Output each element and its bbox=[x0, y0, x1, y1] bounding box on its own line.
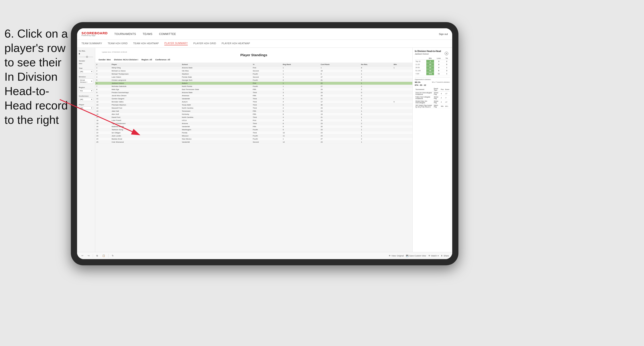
sign-out-link[interactable]: Sign out bbox=[439, 33, 448, 35]
save-custom-button[interactable]: 💾 Save Custom View bbox=[406, 255, 426, 257]
cell-yr: Fourth bbox=[252, 134, 282, 138]
filter-division: Division: NCAA Division I bbox=[114, 59, 138, 61]
table-row[interactable]: 13 Phichakn Maichon Texas A&M Third 6 30… bbox=[95, 103, 412, 107]
table-row[interactable]: 17 David Ford North Carolina Third 4 21 … bbox=[95, 116, 412, 119]
view-original-button[interactable]: 👁 View: Original bbox=[389, 255, 404, 257]
region-select[interactable]: N/a ▾ bbox=[79, 89, 93, 92]
nav-tournaments[interactable]: TOURNAMENTS bbox=[114, 31, 136, 37]
cell-rds: 2 bbox=[360, 138, 392, 141]
cell-yr: Fourth bbox=[252, 85, 282, 88]
cell-reg: 4 bbox=[282, 119, 320, 122]
cell-reg: 4 bbox=[282, 94, 320, 97]
cell-school: North Florida bbox=[181, 85, 252, 88]
table-row[interactable]: 14 Maxwell Ford North Carolina Third 2 2… bbox=[95, 107, 412, 110]
h2h-close-button[interactable]: ✕ bbox=[445, 52, 448, 55]
table-row[interactable]: 1 Wenyi Ding Arizona State First 1 1 8 1 bbox=[95, 66, 412, 69]
tab-team-h2h-grid[interactable]: TEAM H2H GRID bbox=[108, 42, 128, 45]
table-row[interactable]: 22 Ian Gilligan Florida Third 10 24 1 bbox=[95, 131, 412, 134]
main-content: No Rds. 6 Gender Men Year (All) ▾ bbox=[77, 48, 452, 252]
tour-pos: 2 bbox=[440, 100, 444, 104]
cell-school: Auburn bbox=[181, 82, 252, 85]
table-row[interactable]: 9 Preston Summerhays Arizona State Third… bbox=[95, 91, 412, 94]
table-row[interactable]: 23 Jack Lundin Missouri Fourth 11 24 1 bbox=[95, 134, 412, 138]
tab-player-h2h-grid[interactable]: PLAYER H2H GRID bbox=[193, 42, 216, 45]
table-row[interactable]: 25 Cole Sherwood Vanderbilt Second 12 23… bbox=[95, 141, 412, 144]
tournament-row: Amer Am Intercollegiate Invitational Str… bbox=[415, 92, 450, 96]
cell-school: UCLA bbox=[181, 119, 252, 122]
cell-win bbox=[392, 82, 412, 85]
cell-rds: 2 bbox=[360, 88, 392, 91]
table-row[interactable]: 8 Mats Ege East Tennessee State Fifth 1 … bbox=[95, 88, 412, 91]
player-select[interactable]: (All) ▾ bbox=[79, 106, 93, 110]
table-row[interactable]: 19 Tiger Christensen Arizona Third 8 23 … bbox=[95, 122, 412, 125]
cell-num: 21 bbox=[95, 128, 110, 131]
year-select[interactable]: (All) ▾ bbox=[79, 70, 93, 73]
sub-nav: TEAM SUMMARY TEAM H2H GRID TEAM H2H HEAT… bbox=[77, 40, 452, 48]
cell-player: David Ford bbox=[110, 116, 181, 119]
undo-button[interactable]: ↩ bbox=[80, 254, 84, 257]
table-row[interactable]: 10 Jacob Mou-Olesen Arkansas Fifth 4 25 … bbox=[95, 94, 412, 97]
h2h-table: Win Loss Tie Top 10 8 3 2 11-25 20 9 5 2… bbox=[415, 57, 450, 75]
paste-button[interactable]: 📋 bbox=[101, 254, 106, 257]
h2h-wlt-value-row: 674 - 33 - 12 bbox=[415, 84, 450, 86]
tour-type: Match Play bbox=[433, 104, 440, 108]
cell-player: Luke Powell bbox=[110, 119, 181, 122]
cell-school: New Mexico bbox=[181, 138, 252, 141]
cell-player: Jack Lundin bbox=[110, 134, 181, 138]
table-row[interactable]: 2 Michael La Sasso Ole Miss Second 1 19 … bbox=[95, 69, 412, 72]
h2h-loss: 3 bbox=[434, 60, 443, 63]
cell-reg: 5 bbox=[282, 110, 320, 113]
cell-player: Tiger Christensen bbox=[110, 122, 181, 125]
tab-team-h2h-heatmap[interactable]: TEAM H2H HEATMAP bbox=[133, 42, 159, 45]
cell-conf: 25 bbox=[320, 94, 360, 97]
table-row[interactable]: 20 Matthew Riedel Vanderbilt Fifth 6 20 … bbox=[95, 125, 412, 128]
cell-conf: 21 bbox=[320, 97, 360, 100]
table-row[interactable]: 4 Luke Claton Florida State Second 1 27 … bbox=[95, 76, 412, 79]
cell-yr: Fifth bbox=[252, 113, 282, 116]
refresh-button[interactable]: ↻ bbox=[111, 254, 115, 257]
cell-yr: Fourth bbox=[252, 128, 282, 131]
tab-player-h2h-heatmap[interactable]: PLAYER H2H HEATMAP bbox=[222, 42, 250, 45]
tour-score: 18-1 bbox=[444, 104, 450, 108]
nav-teams[interactable]: TEAMS bbox=[142, 31, 152, 37]
h2h-header: In Division Head-to-Head Jackson Koivun … bbox=[415, 50, 450, 55]
copy-button[interactable]: ⧉ bbox=[95, 254, 99, 258]
table-row[interactable]: 15 Jake Hall Tennessee Fifth 5 24 1 bbox=[95, 110, 412, 113]
cell-rds: 1 bbox=[360, 116, 392, 119]
h2h-opponents-value-row: 98.1% W-L-T record in-division: bbox=[415, 81, 450, 83]
h2h-tie: 1 bbox=[443, 72, 450, 75]
table-row[interactable]: 12 Brendan Valles Auburn Third 4 17 3 0 bbox=[95, 100, 412, 103]
table-row[interactable]: 18 Luke Powell UCLA First 4 24 1 bbox=[95, 119, 412, 122]
table-row[interactable]: 24 Bastian Amat New Mexico Fourth 1 27 2 bbox=[95, 138, 412, 141]
table-row[interactable]: 5 Christo Lamprecht Georgia Tech Fourth … bbox=[95, 79, 412, 82]
cell-rds: 1 bbox=[360, 128, 392, 131]
redo-button[interactable]: ↪ bbox=[86, 254, 90, 257]
cell-player: Cole Sherwood bbox=[110, 141, 181, 144]
cell-win bbox=[392, 76, 412, 79]
watch-button[interactable]: 👁 Watch ▾ bbox=[428, 255, 439, 257]
cell-win: 0 bbox=[392, 100, 412, 103]
cell-rds: 0 bbox=[360, 91, 392, 94]
col-no-rds: No Rds. bbox=[360, 63, 392, 66]
conference-select[interactable]: (All) ▾ bbox=[79, 98, 93, 101]
tour-name: SEC Match Play hosted by Jerry Pate Roun… bbox=[415, 104, 433, 108]
cell-rds: 0 bbox=[360, 125, 392, 128]
h2h-col-range bbox=[415, 57, 426, 60]
table-row[interactable]: 6 Jackson Koivun Auburn First 1 22 1 bbox=[95, 82, 412, 85]
table-row[interactable]: 3 Michael Thorbjornsen Stanford Fourth 1… bbox=[95, 72, 412, 76]
table-row[interactable]: 11 Gordon Sargent Vanderbilt Third 4 21 … bbox=[95, 97, 412, 100]
h2h-range: 11-25 bbox=[415, 63, 426, 66]
division-select[interactable]: NCAA Division I ▾ bbox=[79, 78, 93, 84]
table-row[interactable]: 21 Taehoon Song Washington Fourth 6 23 1 bbox=[95, 128, 412, 131]
nav-committee[interactable]: COMMITTEE bbox=[159, 31, 176, 37]
tournament-row: Fallen Oak Collegiate Invitational Strok… bbox=[415, 96, 450, 100]
tab-player-summary[interactable]: PLAYER SUMMARY bbox=[164, 42, 188, 45]
cell-num: 18 bbox=[95, 119, 110, 122]
cell-rds: 0 bbox=[360, 97, 392, 100]
tab-team-summary[interactable]: TEAM SUMMARY bbox=[82, 42, 102, 45]
cell-player: Bastian Amat bbox=[110, 138, 181, 141]
share-button[interactable]: ⬆ Share bbox=[441, 255, 449, 257]
tournament-row: SEC Match Play hosted by Jerry Pate Roun… bbox=[415, 104, 450, 108]
table-row[interactable]: 16 Alex Goff Kentucky Fifth 8 19 0 bbox=[95, 113, 412, 116]
table-row[interactable]: 7 Nicholas Gabrelcik North Florida Fourt… bbox=[95, 85, 412, 88]
